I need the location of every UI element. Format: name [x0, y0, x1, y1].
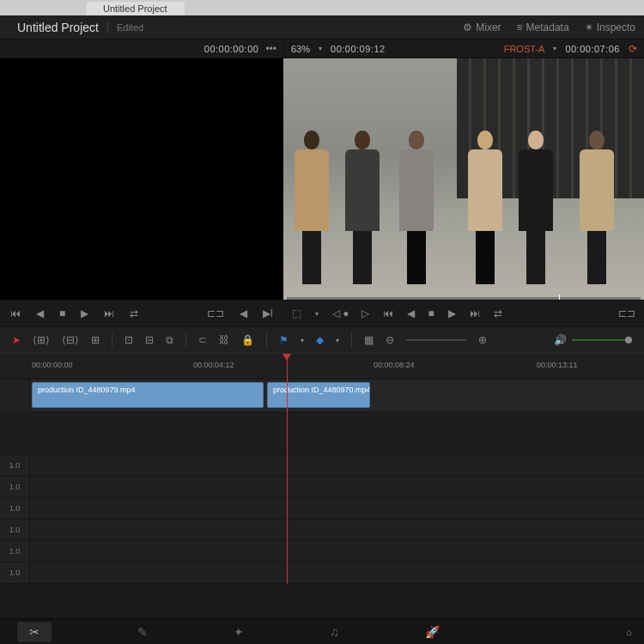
volume-slider[interactable] — [572, 339, 632, 341]
ruler-mark: 00:00:08:24 — [374, 361, 415, 369]
zoom-slider[interactable] — [406, 339, 466, 341]
video-track[interactable]: production ID_4480979.mp4production ID_4… — [0, 380, 644, 412]
timeline-clip[interactable]: production ID_4480979.mp4 — [32, 382, 264, 408]
viewer-scrubber[interactable] — [287, 297, 641, 300]
blade-tool-icon[interactable]: ⟨⊟⟩ — [62, 334, 79, 346]
mixer-button[interactable]: ⚙Mixer — [463, 21, 501, 33]
viewer-panels — [0, 58, 644, 301]
selection-tool-icon[interactable]: ➤ — [12, 334, 21, 346]
tl-first-icon[interactable]: ⏮ — [383, 307, 393, 319]
source-options-icon[interactable]: ••• — [265, 43, 276, 55]
transport-bar: ⏮ ◀ ■ ▶ ⏭ ⇄ ⊏⊐ ◀ ▶I ⬚▾ ◁ ● ▷ ⏮ ◀ ■ ▶ ⏭ ⇄… — [0, 301, 644, 326]
audio-track[interactable]: 1.0 — [0, 519, 644, 541]
tl-loop-icon[interactable]: ⇄ — [494, 307, 502, 319]
ripple-icon[interactable]: ⊟ — [145, 334, 154, 346]
audio-track-header[interactable]: 1.0 — [0, 498, 30, 519]
audio-track-header[interactable]: 1.0 — [0, 477, 30, 497]
insert-tool-icon[interactable]: ⊞ — [91, 334, 100, 346]
view-icon[interactable]: ▦ — [364, 334, 374, 346]
audio-track[interactable]: 1.0 — [0, 455, 644, 477]
project-tab[interactable]: Untitled Project — [86, 2, 185, 15]
stop-icon[interactable]: ■ — [59, 307, 65, 319]
audio-track[interactable]: 1.0 — [0, 477, 644, 498]
track-gap — [0, 412, 644, 455]
ruler-mark: 00:00:13:11 — [537, 361, 578, 369]
play-icon[interactable]: ▶ — [81, 307, 88, 319]
audio-track[interactable]: 1.0 — [0, 498, 644, 519]
metadata-button[interactable]: ≡Metadata — [517, 21, 569, 33]
audio-track[interactable]: 1.0 — [0, 562, 644, 584]
tl-stop-icon[interactable]: ■ — [428, 307, 434, 319]
fusion-page-tab[interactable]: ✦ — [234, 625, 244, 639]
tl-next-icon[interactable]: ⏭ — [470, 307, 480, 319]
source-viewer[interactable] — [0, 58, 283, 300]
mark-in-icon[interactable]: ▶I — [263, 307, 273, 319]
timeline-panel: 00:00:00:00 00:00:04:12 00:00:08:24 00:0… — [0, 354, 644, 584]
audio-track-header[interactable]: 1.0 — [0, 541, 30, 562]
tl-match-icon[interactable]: ⊏⊐ — [618, 307, 635, 319]
ruler-mark: 00:00:04:12 — [193, 361, 234, 369]
first-frame-icon[interactable]: ⏮ — [10, 307, 21, 319]
mark-out-icon[interactable]: ◀ — [240, 307, 247, 319]
prev-icon[interactable]: ◀ — [36, 307, 44, 319]
lock-icon[interactable]: 🔒 — [241, 334, 254, 346]
marker-chevron-icon[interactable]: ▾ — [336, 337, 339, 344]
timeline-clip[interactable]: production ID_4480970.mp4 — [267, 382, 370, 408]
flag-chevron-icon[interactable]: ▾ — [301, 337, 304, 344]
edit-page-tab[interactable]: ✎ — [137, 625, 148, 639]
fairlight-page-tab[interactable]: ♫ — [330, 625, 339, 639]
audio-track-header[interactable]: 1.0 — [0, 562, 30, 583]
last-frame-icon[interactable]: ⏭ — [104, 307, 114, 319]
scrub-head[interactable] — [559, 295, 560, 300]
match-frame-icon[interactable]: ⊏⊐ — [207, 307, 224, 319]
tl-play-icon[interactable]: ▶ — [448, 307, 456, 319]
cut-page-tab[interactable]: ✂ — [17, 622, 52, 642]
snap-icon[interactable]: ⊂ — [198, 334, 207, 346]
audio-track[interactable]: 1.0 — [0, 541, 644, 562]
page-tabs: ✂ ✎ ✦ ♫ 🚀 ⌂ — [0, 618, 644, 644]
inspector-icon: ✶ — [585, 21, 593, 33]
replace-icon[interactable]: ⧉ — [166, 334, 173, 346]
metadata-label: Metadata — [526, 21, 569, 33]
clip-chevron-icon[interactable]: ▾ — [553, 45, 556, 52]
marker-icon[interactable]: ◆ — [316, 334, 324, 346]
trim-tool-icon[interactable]: ⟨⊞⟩ — [33, 334, 50, 346]
zoom-level[interactable]: 63% — [291, 44, 310, 54]
viewer-info-row: 00:00:00:00 ••• 63% ▾ 00:00:09:12 FROST-… — [0, 39, 644, 58]
inspector-label: Inspecto — [597, 21, 635, 33]
audio-track-header[interactable]: 1.0 — [0, 455, 30, 476]
prev-edit-icon[interactable]: ◁ ● — [332, 307, 349, 319]
append-icon[interactable]: ⊡ — [125, 334, 133, 346]
loop-icon[interactable]: ⇄ — [130, 307, 138, 319]
timeline-timecode: 00:00:09:12 — [331, 44, 386, 54]
timeline-ruler[interactable]: 00:00:00:00 00:00:04:12 00:00:08:24 00:0… — [0, 354, 644, 380]
home-icon[interactable]: ⌂ — [626, 627, 632, 637]
inspector-button[interactable]: ✶Inspecto — [585, 21, 635, 33]
window-tab-bar: Untitled Project — [0, 0, 644, 15]
volume-icon[interactable]: 🔊 — [554, 334, 567, 346]
project-title: Untitled Project — [17, 21, 99, 34]
audio-track-header[interactable]: 1.0 — [0, 519, 30, 540]
video-frame — [283, 58, 644, 300]
metadata-icon: ≡ — [517, 21, 523, 33]
current-clip-name[interactable]: FROST-A — [504, 44, 545, 54]
zoom-out-icon[interactable]: ⊖ — [386, 334, 394, 346]
video-track-header[interactable] — [0, 380, 30, 411]
edit-toolbar: ➤ ⟨⊞⟩ ⟨⊟⟩ ⊞ ⊡ ⊟ ⧉ ⊂ ⛓ 🔒 ⚑▾ ◆▾ ▦ ⊖ ⊕ 🔊 — [0, 326, 644, 354]
deliver-page-tab[interactable]: 🚀 — [425, 625, 440, 639]
tl-prev-icon[interactable]: ◀ — [407, 307, 415, 319]
crop-chevron-icon[interactable]: ▾ — [315, 310, 319, 318]
ruler-mark: 00:00:00:00 — [32, 361, 73, 369]
timeline-options-icon[interactable]: ⟳ — [629, 43, 637, 55]
project-status: Edited — [107, 22, 143, 33]
timeline-viewer[interactable] — [283, 58, 644, 300]
link-icon[interactable]: ⛓ — [219, 334, 229, 346]
next-edit-icon[interactable]: ▷ — [361, 307, 369, 319]
flag-icon[interactable]: ⚑ — [279, 334, 289, 346]
clip-timecode: 00:00:07:06 — [565, 44, 620, 54]
zoom-chevron-icon[interactable]: ▾ — [319, 45, 322, 52]
crop-icon[interactable]: ⬚ — [292, 307, 301, 319]
zoom-in-icon[interactable]: ⊕ — [478, 334, 487, 346]
header-bar: Untitled Project Edited ⚙Mixer ≡Metadata… — [0, 15, 644, 39]
source-timecode: 00:00:00:00 — [204, 44, 259, 54]
